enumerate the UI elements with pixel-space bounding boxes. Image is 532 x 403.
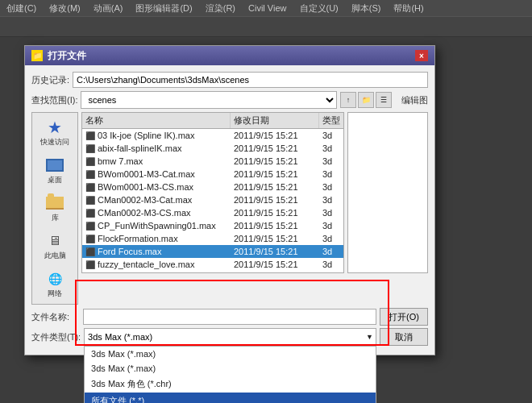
close-button[interactable]: ×: [415, 50, 428, 61]
file-row[interactable]: ⬛ Ford Focus.max 2011/9/15 15:21 3d: [82, 245, 343, 258]
file-icon: ⬛: [85, 235, 95, 243]
file-row[interactable]: ⬛ BWom0001-M3-CS.max 2011/9/15 15:21 3d: [82, 181, 343, 193]
dialog-icon: 📁: [31, 50, 43, 61]
file-icon: ⬛: [85, 260, 95, 269]
file-row-name: ⬛ Ford Focus.max: [82, 246, 231, 257]
file-row[interactable]: ⬛ CMan0002-M3-Cat.max 2011/9/15 15:21 3d: [82, 193, 343, 206]
main-area: 📁 打开文件 × 历史记录: 查找范围(I): scenes: [0, 37, 532, 403]
file-row-name: ⬛ CMan0002-M3-CS.max: [82, 207, 231, 218]
lookin-bar: 查找范围(I): scenes ↑ 📁 ☰ 编辑图: [31, 91, 428, 109]
quick-access-library[interactable]: 库: [42, 192, 68, 225]
filename-label: 文件名称:: [31, 311, 80, 323]
file-row[interactable]: ⬛ CP_FunWithSpawning01.max 2011/9/15 15:…: [82, 219, 343, 232]
col-header-name[interactable]: 名称: [82, 113, 231, 128]
file-row[interactable]: ⬛ CMan0002-M3-CS.max 2011/9/15 15:21 3d: [82, 206, 343, 219]
file-row-name: ⬛ BWom0001-M3-Cat.max: [82, 168, 231, 180]
file-icon: ⬛: [85, 273, 95, 274]
filetype-label: 文件类型(T):: [31, 331, 81, 343]
file-row[interactable]: ⬛ BWom0001-M3-Cat.max 2011/9/15 15:21 3d: [82, 168, 343, 181]
file-row[interactable]: ⬛ bmw 7.max 2011/9/15 15:21 3d: [82, 155, 343, 168]
file-row-type: 3d: [319, 272, 343, 273]
file-list-header: 名称 修改日期 类型: [82, 113, 343, 129]
dropdown-item-all[interactable]: 所有文件 (*.*): [85, 393, 376, 403]
app-background: 创建(C) 修改(M) 动画(A) 图形编辑器(D) 渲染(R) Civil V…: [0, 0, 532, 403]
file-icon: ⬛: [85, 144, 95, 153]
file-row-name: ⬛ bmw 7.max: [82, 156, 231, 167]
toolbar: [0, 16, 532, 37]
file-icon: ⬛: [85, 170, 95, 179]
view-toggle-icon[interactable]: ☰: [376, 92, 392, 108]
file-row-type: 3d: [319, 143, 343, 154]
dropdown-item-max1[interactable]: 3ds Max (*.max): [85, 347, 376, 361]
quick-access-network-label: 网络: [48, 289, 62, 299]
file-row-date: 2011/9/15 15:21: [231, 156, 319, 167]
lookin-select[interactable]: scenes: [81, 91, 337, 109]
history-bar: 历史记录:: [31, 72, 428, 88]
file-icon: ⬛: [85, 196, 95, 205]
dropdown-item-max2[interactable]: 3ds Max (*.max): [85, 361, 376, 376]
file-icon: ⬛: [85, 247, 95, 256]
desktop-icon: [44, 156, 66, 175]
preview-pane: [347, 112, 428, 273]
dialog-body: 历史记录: 查找范围(I): scenes ↑ 📁 ☰ 编辑图: [25, 65, 434, 355]
quick-access-desktop-label: 桌面: [48, 175, 62, 185]
quick-access-star[interactable]: ★ 快速访问: [39, 116, 71, 149]
menu-item-animate[interactable]: 动画(A): [90, 2, 127, 15]
cancel-button[interactable]: 取消: [380, 328, 428, 346]
new-folder-icon[interactable]: 📁: [358, 92, 374, 108]
file-list-container[interactable]: 名称 修改日期 类型 ⬛ 03 Ik-joe (Spline IK).max 2…: [81, 112, 344, 273]
file-row[interactable]: ⬛ grass.max 2011/9/15 15:21 3d: [82, 271, 343, 273]
file-row-type: 3d: [319, 207, 343, 218]
library-icon: [44, 193, 66, 213]
filename-input[interactable]: [83, 309, 376, 325]
file-row-name: ⬛ BWom0001-M3-CS.max: [82, 181, 231, 193]
network-icon: 🌐: [44, 269, 66, 289]
dialog-title: 打开文件: [48, 49, 86, 63]
menu-item-graph[interactable]: 图形编辑器(D): [132, 2, 195, 15]
col-header-type[interactable]: 类型: [319, 113, 343, 128]
toolbar-icons: ↑ 📁 ☰: [340, 92, 392, 108]
file-row-date: 2011/9/15 15:21: [231, 143, 319, 154]
open-button[interactable]: 打开(O): [380, 308, 428, 326]
file-row[interactable]: ⬛ 03 Ik-joe (Spline IK).max 2011/9/15 15…: [82, 129, 343, 142]
quick-access-sidebar: ★ 快速访问 桌面: [31, 112, 78, 305]
lookin-label: 查找范围(I):: [31, 94, 77, 106]
file-row-date: 2011/9/15 15:21: [231, 194, 319, 206]
filetype-select[interactable]: 3ds Max (*.max) 3ds Max 角色 (*.chr) 所有文件 …: [84, 328, 376, 346]
menu-item-modify[interactable]: 修改(M): [46, 2, 84, 15]
file-row[interactable]: ⬛ FlockFormation.max 2011/9/15 15:21 3d: [82, 232, 343, 245]
file-row-type: 3d: [319, 233, 343, 244]
file-row-type: 3d: [319, 181, 343, 193]
file-row[interactable]: ⬛ fuzzy_tentacle_love.max 2011/9/15 15:2…: [82, 258, 343, 271]
pc-icon: 🖥: [44, 231, 66, 251]
quick-access-network[interactable]: 🌐 网络: [42, 268, 68, 301]
dialog-titlebar: 📁 打开文件 ×: [25, 46, 434, 65]
history-input[interactable]: [73, 72, 428, 88]
menu-item-help[interactable]: 帮助(H): [390, 2, 426, 15]
filename-row: 文件名称: 打开(O): [31, 308, 428, 326]
file-row-name: ⬛ FlockFormation.max: [82, 233, 231, 244]
menu-item-script[interactable]: 脚本(S): [348, 2, 384, 15]
menu-item-render[interactable]: 渲染(R): [202, 2, 239, 15]
file-row-name: ⬛ 03 Ik-joe (Spline IK).max: [82, 130, 231, 141]
file-row-type: 3d: [319, 156, 343, 167]
file-row-date: 2011/9/15 15:21: [231, 207, 319, 218]
quick-access-pc[interactable]: 🖥 此电脑: [42, 230, 68, 263]
file-row-date: 2011/9/15 15:21: [231, 246, 319, 257]
file-row-date: 2011/9/15 15:21: [231, 272, 319, 273]
file-row[interactable]: ⬛ abix-fall-splineIK.max 2011/9/15 15:21…: [82, 142, 343, 155]
preview-label: 编辑图: [401, 94, 428, 106]
menu-item-civilview[interactable]: Civil View: [245, 3, 289, 13]
open-file-dialog: 📁 打开文件 × 历史记录: 查找范围(I): scenes: [24, 45, 435, 355]
history-label: 历史记录:: [31, 74, 69, 86]
nav-up-icon[interactable]: ↑: [340, 92, 356, 108]
dropdown-item-chr[interactable]: 3ds Max 角色 (*.chr): [85, 376, 376, 393]
file-row-type: 3d: [319, 168, 343, 180]
col-header-date[interactable]: 修改日期: [231, 113, 319, 128]
menu-item-customize[interactable]: 自定义(U): [297, 2, 342, 15]
menu-item-create[interactable]: 创建(C): [3, 2, 39, 15]
filetype-dropdown-menu: 3ds Max (*.max) 3ds Max (*.max) 3ds Max …: [84, 346, 376, 403]
file-row-date: 2011/9/15 15:21: [231, 168, 319, 180]
browser-area: ★ 快速访问 桌面: [31, 112, 428, 305]
quick-access-desktop[interactable]: 桌面: [42, 154, 68, 187]
